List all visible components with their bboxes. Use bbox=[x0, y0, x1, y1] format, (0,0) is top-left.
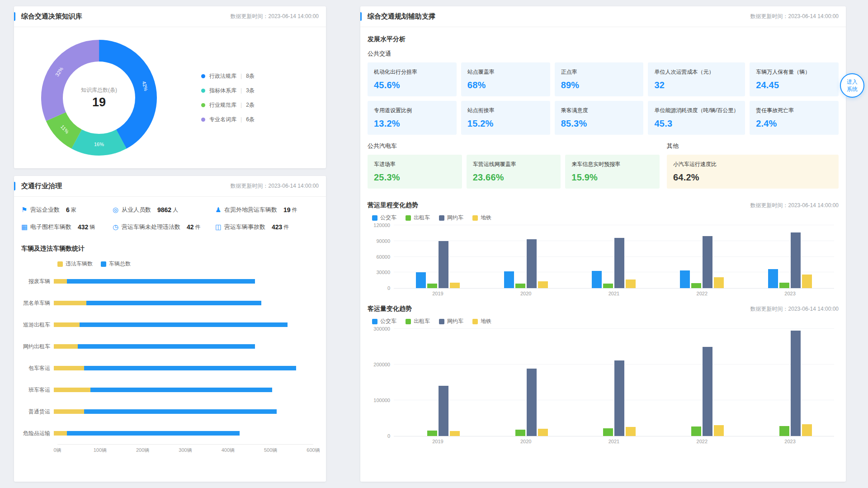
metric-label: 单位能源消耗强度（吨/辆/百公里） bbox=[654, 107, 739, 114]
bar-地铁 bbox=[626, 280, 636, 288]
total-vehicles-bar bbox=[90, 388, 272, 392]
legend-item[interactable]: 出租车 bbox=[406, 317, 430, 325]
bar-网约车 bbox=[527, 239, 537, 288]
legend-swatch bbox=[406, 319, 411, 324]
bar-出租车 bbox=[779, 426, 789, 436]
legend-swatch bbox=[372, 215, 377, 221]
legend-item[interactable]: 地铁 bbox=[472, 214, 491, 222]
stat-label: 在莞外地营运车辆数 bbox=[224, 206, 277, 214]
legend-label: 专业名词库 bbox=[209, 116, 236, 123]
legend-item[interactable]: 网约车 bbox=[439, 317, 463, 325]
legend-swatch bbox=[439, 319, 444, 324]
total-vehicles-bar bbox=[86, 301, 261, 305]
metric-card: 小汽车运行速度比64.2% bbox=[667, 155, 839, 189]
bar-group bbox=[416, 329, 460, 436]
metric-value: 25.3% bbox=[374, 172, 456, 183]
metric-value: 15.9% bbox=[571, 172, 653, 183]
legend-count: 3条 bbox=[246, 87, 255, 95]
y-axis-tick: 0 bbox=[387, 433, 390, 439]
illegal-vehicles-bar bbox=[54, 388, 90, 392]
legend-count: 2条 bbox=[246, 101, 255, 109]
bar-row: 黑名单车辆 bbox=[21, 292, 313, 314]
legend-separator: | bbox=[241, 116, 242, 123]
passenger-chart-title: 客运量变化趋势 bbox=[368, 305, 412, 313]
bar-公交车 bbox=[768, 269, 778, 288]
legend-label: 指标体系库 bbox=[209, 87, 236, 95]
stat-item: ◎从业人员数9862人 bbox=[113, 206, 210, 214]
x-axis-category: 2019 bbox=[432, 291, 443, 296]
y-axis-tick: 60000 bbox=[376, 254, 390, 260]
legend-item[interactable]: 公交车 bbox=[372, 214, 396, 222]
legend-item[interactable]: 公交车 bbox=[372, 317, 396, 325]
total-vehicles-bar bbox=[84, 366, 296, 370]
bar-网约车 bbox=[703, 236, 712, 288]
bus-metrics: 车进场率25.3%车营运线网覆盖率23.66%来车信息实时预报率15.9% bbox=[368, 155, 660, 189]
illegal-vehicles-bar bbox=[54, 409, 84, 414]
illegal-vehicles-bar bbox=[54, 431, 67, 436]
legend-label: 出租车 bbox=[414, 214, 430, 222]
legend-item[interactable]: 行政法规库|8条 bbox=[201, 72, 255, 80]
legend-item[interactable]: 违法车辆数 bbox=[57, 260, 93, 268]
bar-网约车 bbox=[791, 331, 801, 436]
x-axis-tick: 100辆 bbox=[94, 447, 107, 454]
other-metrics: 小汽车运行速度比64.2% bbox=[667, 155, 839, 189]
knowledge-donut-chart: 42%16%11%32% 知识库总数(条) 19 行政法规库|8条指标体系库|3… bbox=[14, 27, 326, 158]
bar-地铁 bbox=[802, 275, 812, 288]
stat-value: 6 bbox=[66, 206, 70, 213]
illegal-vehicles-bar bbox=[54, 279, 67, 284]
legend-label: 地铁 bbox=[481, 317, 491, 325]
legend-item[interactable]: 指标体系库|3条 bbox=[201, 87, 255, 95]
bar-category-label: 巡游出租车 bbox=[21, 321, 54, 329]
bar-网约车 bbox=[614, 360, 624, 436]
panel-title: 综合交通决策知识库 bbox=[21, 12, 82, 21]
bar-地铁 bbox=[714, 425, 724, 436]
bar-track bbox=[54, 279, 313, 284]
legend-item[interactable]: 地铁 bbox=[472, 317, 491, 325]
left-column: 综合交通决策知识库 数据更新时间：2023-06-14 14:00:00 42%… bbox=[14, 6, 326, 482]
legend-swatch bbox=[101, 261, 106, 267]
legend-item[interactable]: 行业规范库|2条 bbox=[201, 101, 255, 109]
bus-group: 公共汽电车 车进场率25.3%车营运线网覆盖率23.66%来车信息实时预报率15… bbox=[368, 142, 660, 189]
update-time: 数据更新时间：2023-06-14 14:00:00 bbox=[231, 13, 319, 20]
legend-item[interactable]: 出租车 bbox=[406, 214, 430, 222]
metric-card: 单位能源消耗强度（吨/辆/百公里）45.3 bbox=[648, 101, 745, 135]
legend-label: 网约车 bbox=[447, 214, 463, 222]
metric-label: 机动化出行分担率 bbox=[374, 68, 450, 76]
bar-category-label: 包车客运 bbox=[21, 365, 54, 372]
knowledge-panel: 综合交通决策知识库 数据更新时间：2023-06-14 14:00:00 42%… bbox=[14, 6, 326, 168]
bar-出租车 bbox=[691, 426, 701, 436]
bar-category-label: 普通货运 bbox=[21, 408, 54, 416]
stat-label: 从业人员数 bbox=[122, 206, 151, 214]
bar-track bbox=[54, 322, 313, 327]
governance-panel-header: 交通行业治理 数据更新时间：2023-06-14 14:00:00 bbox=[14, 176, 326, 197]
x-axis-tick: 400辆 bbox=[222, 447, 235, 454]
stat-value: 9862 bbox=[157, 206, 171, 213]
legend-label: 公交车 bbox=[380, 214, 396, 222]
bar-公交车 bbox=[504, 271, 514, 288]
stat-label: 营运车辆事故数 bbox=[224, 223, 265, 231]
legend-item[interactable]: 车辆总数 bbox=[101, 260, 131, 268]
y-axis-tick: 120000 bbox=[373, 223, 390, 228]
legend-item[interactable]: 网约车 bbox=[439, 214, 463, 222]
x-axis-tick: 500辆 bbox=[264, 447, 277, 454]
enter-system-button[interactable]: 进入 系统 bbox=[840, 73, 864, 98]
illegal-vehicles-bar bbox=[54, 322, 80, 327]
bar-groups bbox=[394, 329, 834, 436]
illegal-vehicles-bar bbox=[54, 366, 84, 370]
x-axis-category: 2023 bbox=[784, 291, 795, 296]
metric-label: 车辆万人保有量（辆） bbox=[756, 68, 832, 76]
metric-card: 车进场率25.3% bbox=[368, 155, 462, 189]
bar-row: 巡游出租车 bbox=[21, 314, 313, 336]
bar-row: 网约出租车 bbox=[21, 336, 313, 357]
bar-row: 危险品运输 bbox=[21, 422, 313, 444]
stat-unit: 件 bbox=[283, 223, 289, 231]
x-axis-tick: 300辆 bbox=[179, 447, 192, 454]
dashboard: 综合交通决策知识库 数据更新时间：2023-06-14 14:00:00 42%… bbox=[0, 0, 868, 488]
y-axis-tick: 30000 bbox=[376, 270, 390, 275]
stat-label: 营运企业数 bbox=[30, 206, 60, 214]
stat-unit: 人 bbox=[173, 206, 178, 214]
total-vehicles-bar bbox=[80, 322, 287, 327]
mileage-chart-title: 营运里程变化趋势 bbox=[368, 201, 418, 209]
metric-label: 专用道设置比例 bbox=[374, 107, 450, 114]
legend-item[interactable]: 专业名词库|6条 bbox=[201, 116, 255, 123]
